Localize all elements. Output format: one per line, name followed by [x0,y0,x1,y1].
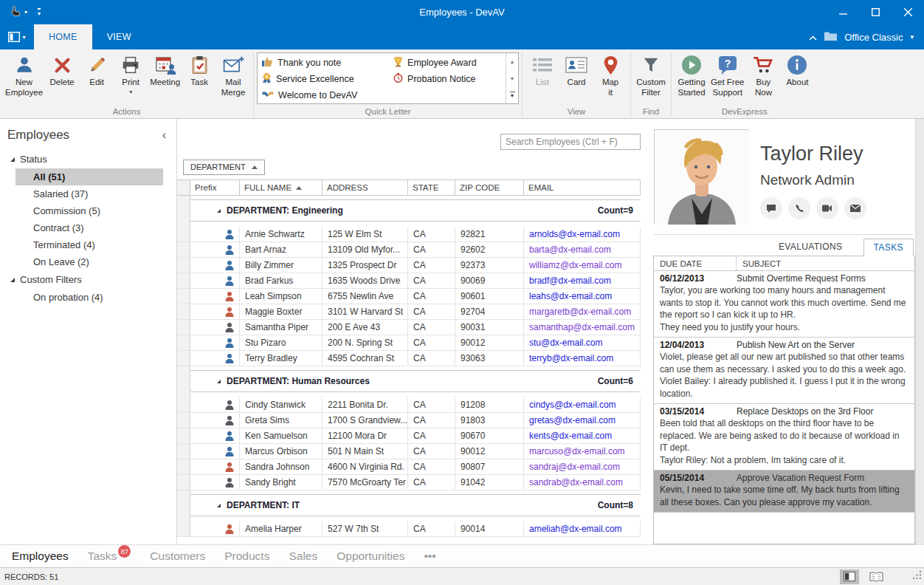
bottom-tab-tasks[interactable]: Tasks87 [78,550,141,563]
tab-view[interactable]: VIEW [92,24,146,49]
table-row[interactable]: Stu Pizaro200 N. Spring StCA90012stu@dx-… [177,335,641,351]
new-employee-button[interactable]: New Employee [3,52,45,100]
sidebar-item-on-leave[interactable]: On Leave (2) [15,253,163,270]
tab-home[interactable]: HOME [34,24,92,49]
edit-button[interactable]: Edit ▾ [80,52,114,97]
about-button[interactable]: About [780,52,814,89]
table-row[interactable]: Brad Farkus1635 Woods DriveCA90069bradf@… [177,273,641,289]
video-call-button[interactable] [816,197,838,219]
tasks-header-subject[interactable]: SUBJECT [737,256,787,270]
print-caret-icon[interactable]: ▾ [129,89,132,95]
tasks-header-due-date[interactable]: DUE DATE [654,256,737,270]
map-it-button[interactable]: Map it [593,52,627,100]
email-link[interactable]: sandraj@dx-email.com [529,462,620,472]
column-header-address[interactable]: ADDRESS [323,180,408,195]
task-item[interactable]: 05/15/2014Approve Vacation Request FormK… [654,471,914,513]
sidebar-item-contract[interactable]: Contract (3) [15,219,163,236]
row-indicator[interactable] [177,397,190,413]
sidebar-item-salaried[interactable]: Salaried (37) [15,185,163,202]
card-view-button[interactable]: Card [559,52,593,89]
sidebar-collapse-button[interactable]: ‹ [162,129,166,141]
sidebar-item-all[interactable]: All (51) [15,168,163,185]
row-indicator[interactable] [177,273,190,289]
email-link[interactable]: kents@dx-email.com [529,431,612,441]
sidebar-item-terminated[interactable]: Terminated (4) [15,236,163,253]
task-item[interactable]: 12/04/2013Publish New Art on the ServerV… [654,338,914,404]
bottom-tab-products[interactable]: Products [215,550,279,563]
group-row-engineering[interactable]: DEPARTMENT: EngineeringCount=9 [177,199,641,222]
gallery-down-icon[interactable]: ▼ [506,70,518,87]
email-link[interactable]: terryb@dx-email.com [529,353,613,363]
table-row[interactable]: Sandra Johnson4600 N Virginia Rd.CA90807… [177,459,641,475]
bottom-tab-more[interactable]: ••• [414,550,445,563]
email-link[interactable]: ameliah@dx-email.com [529,524,622,534]
column-header-full-name[interactable]: FULL NAME [240,180,323,195]
row-indicator[interactable] [177,227,190,242]
column-header-prefix[interactable]: Prefix [190,180,240,195]
table-row[interactable]: Maggie Boxter3101 W Harvard StCA92704mar… [177,304,641,320]
email-link[interactable]: arnolds@dx-email.com [529,229,620,239]
email-link[interactable]: williamz@dx-email.com [529,260,622,270]
bottom-tab-sales[interactable]: Sales [279,550,327,563]
row-indicator[interactable] [177,521,190,537]
reading-view-button[interactable] [866,569,886,584]
search-input[interactable] [500,134,641,150]
table-row[interactable]: Greta Sims1700 S Grandview...CA91803gret… [177,413,641,428]
panel-gutter[interactable] [915,119,924,544]
task-item[interactable]: 03/15/2014Replace Desktops on the 3rd Fl… [654,404,914,471]
detail-layout-toggle-button[interactable] [840,569,859,584]
getting-started-button[interactable]: Getting Started [675,52,708,100]
row-indicator[interactable] [177,351,190,366]
sidebar-item-on-probation[interactable]: On probation (4) [15,289,163,306]
delete-button[interactable]: Delete [45,52,79,89]
email-link[interactable]: stu@dx-email.com [529,338,603,348]
row-indicator[interactable] [177,459,190,475]
email-link[interactable]: samanthap@dx-email.com [529,322,635,332]
email-link[interactable]: margaretb@dx-email.com [529,307,631,317]
task-item[interactable]: 06/12/2013Submit Overtime Request FormsT… [654,271,914,338]
group-row-it[interactable]: DEPARTMENT: ITCount=8 [177,494,641,516]
column-header-email[interactable]: EMAIL [524,180,641,195]
row-indicator[interactable] [177,444,190,459]
email-link[interactable]: gretas@dx-email.com [529,415,616,425]
row-indicator[interactable] [177,428,190,444]
row-indicator[interactable] [177,413,190,428]
mail-merge-button[interactable]: Mail Merge [216,52,250,100]
table-row[interactable]: Arnie Schwartz125 W Elm StCA92821arnolds… [177,227,641,242]
quick-letter-item-employee-award[interactable]: Employee Award [393,55,506,71]
table-row[interactable]: Leah Simpson6755 Newlin AveCA90601leahs@… [177,289,641,304]
row-indicator[interactable] [177,320,190,335]
close-button[interactable] [892,0,924,24]
quick-letter-item-probation-notice[interactable]: Probation Notice [393,71,506,87]
print-button[interactable]: Print ▾ [114,52,148,97]
custom-filter-button[interactable]: Custom Filter [634,52,668,100]
maximize-button[interactable] [859,0,892,24]
gallery-more-icon[interactable]: ▼ [506,86,518,103]
skin-selector[interactable]: Office Classic [844,32,903,43]
gallery-up-icon[interactable]: ▲ [506,53,518,70]
collapse-ribbon-button[interactable] [809,30,817,44]
bottom-tab-opportunities[interactable]: Opportunities [327,550,414,563]
email-link[interactable]: sandrab@dx-email.com [529,477,623,488]
table-row[interactable]: Billy Zimmer1325 Prospect DrCA92373willi… [177,258,641,273]
email-link[interactable]: leahs@dx-email.com [529,291,612,301]
row-indicator[interactable] [177,304,190,320]
bottom-tab-employees[interactable]: Employees [12,550,78,563]
phone-button[interactable] [788,197,810,219]
sidebar-group-custom-filters[interactable]: Custom Filters [0,270,176,289]
table-row[interactable]: Ken Samuelson12100 Mora DrCA90670kents@d… [177,428,641,444]
row-indicator[interactable] [177,242,190,258]
task-button[interactable]: Task [182,52,216,89]
row-indicator[interactable] [177,258,190,273]
column-header-zip-code[interactable]: ZIP CODE [455,180,524,195]
email-button[interactable] [844,197,866,219]
quick-letter-item-service-excellence[interactable]: Service Excellence [262,71,393,87]
get-free-support-button[interactable]: ? Get Free Support [708,52,746,100]
column-header-state[interactable]: STATE [408,180,455,195]
sidebar-item-commission[interactable]: Commission (5) [15,202,163,219]
email-link[interactable]: marcuso@dx-email.com [529,446,625,456]
table-row[interactable]: Terry Bradley4595 Cochran StCA93063terry… [177,351,641,366]
quick-letter-item-welcome-to-devav[interactable]: Welcome to DevAV [262,87,393,103]
app-menu-button[interactable]: ▾ [0,24,34,49]
group-row-human-resources[interactable]: DEPARTMENT: Human ResourcesCount=6 [177,370,641,392]
